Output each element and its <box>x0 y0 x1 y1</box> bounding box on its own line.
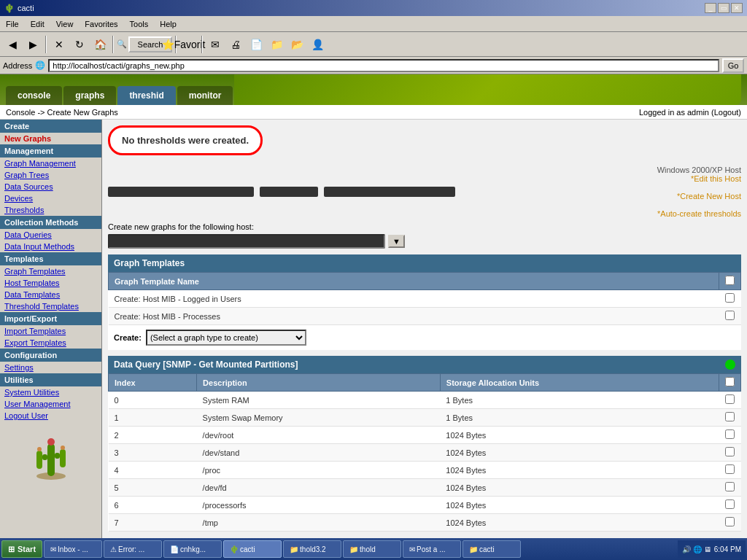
media2-button[interactable]: 📂 <box>287 35 306 54</box>
sidebar-item-logout[interactable]: Logout User <box>0 410 101 421</box>
sidebar-item-user-management[interactable]: User Management <box>0 398 101 410</box>
taskbar-error[interactable]: ⚠ Error: ... <box>104 540 162 558</box>
forward-button[interactable]: ▶ <box>23 35 42 54</box>
go-button[interactable]: Go <box>722 58 744 73</box>
breadcrumb-bar: Console -> Create New Graphs Logged in a… <box>0 105 747 120</box>
host-label: Create new graphs for the following host… <box>108 222 741 231</box>
dq-index-7: 7 <box>109 514 197 532</box>
close-button[interactable]: ✕ <box>731 3 743 13</box>
menu-view[interactable]: View <box>50 18 80 30</box>
sidebar-item-settings[interactable]: Settings <box>0 362 101 373</box>
taskbar-cacti[interactable]: 🌵 cacti <box>223 540 282 558</box>
sidebar-item-graph-trees[interactable]: Graph Trees <box>0 169 101 181</box>
sidebar: Create New Graphs Management Graph Manag… <box>0 120 102 553</box>
table-row: 4 /proc 1024 Bytes <box>109 462 741 479</box>
menu-help[interactable]: Help <box>154 18 182 30</box>
svg-rect-4 <box>60 449 66 467</box>
dq-checkbox-0[interactable] <box>725 394 735 404</box>
dq-storage-0: 1 Bytes <box>440 392 719 409</box>
sidebar-item-import-templates[interactable]: Import Templates <box>0 325 101 337</box>
host-select-row: ▼ <box>108 234 741 249</box>
sidebar-item-export-templates[interactable]: Export Templates <box>0 337 101 349</box>
create-label: Create: <box>114 333 142 342</box>
taskbar-thold32[interactable]: 📁 thold3.2 <box>283 540 341 558</box>
home-button[interactable]: 🏠 <box>90 35 109 54</box>
taskbar-post[interactable]: ✉ Post a ... <box>403 540 461 558</box>
sidebar-item-data-templates[interactable]: Data Templates <box>0 289 101 300</box>
edit-links-container: Windows 2000/XP Host *Edit this Host *Cr… <box>657 166 741 218</box>
sidebar-item-new-graphs[interactable]: New Graphs <box>0 133 101 144</box>
dq-checkbox-1[interactable] <box>725 412 735 421</box>
host-select-redacted[interactable] <box>108 234 385 249</box>
data-query-select-all[interactable] <box>725 377 735 386</box>
host-select-arrow[interactable]: ▼ <box>388 235 405 248</box>
tab-threshid[interactable]: threshid <box>117 86 175 105</box>
table-row: 3 /dev/stand 1024 Bytes <box>109 444 741 462</box>
checkbox-1[interactable] <box>725 293 735 303</box>
sidebar-item-data-queries[interactable]: Data Queries <box>0 229 101 241</box>
sidebar-item-devices[interactable]: Devices <box>0 192 101 204</box>
sidebar-item-data-sources[interactable]: Data Sources <box>0 181 101 192</box>
th-description: Description <box>197 374 441 392</box>
tab-graphs[interactable]: graphs <box>63 86 116 105</box>
stop-button[interactable]: ✕ <box>50 35 69 54</box>
sidebar-item-system-utilities[interactable]: System Utilities <box>0 386 101 398</box>
favorites-button[interactable]: ⭐ Favorites <box>179 35 198 54</box>
dq-checkbox-2[interactable] <box>725 429 735 439</box>
graph-type-select[interactable]: (Select a graph type to create) <box>146 330 306 346</box>
menu-file[interactable]: File <box>0 18 25 30</box>
tab-monitor[interactable]: monitor <box>177 86 233 105</box>
dq-checkbox-cell-7 <box>719 514 741 532</box>
template-checkbox-1 <box>719 290 741 308</box>
restore-button[interactable]: ▭ <box>718 3 729 13</box>
dq-index-2: 2 <box>109 427 197 444</box>
dq-index-4: 4 <box>109 462 197 479</box>
dq-checkbox-3[interactable] <box>725 447 735 456</box>
window-title: cacti <box>18 4 34 12</box>
dq-index-5: 5 <box>109 479 197 497</box>
edit-host-link[interactable]: *Edit this Host <box>657 174 741 183</box>
breadcrumb: Console -> Create New Graphs <box>6 108 118 117</box>
sidebar-item-graph-management[interactable]: Graph Management <box>0 158 101 169</box>
media-button[interactable]: 📄 <box>247 35 266 54</box>
taskbar-thold[interactable]: 📁 thold <box>343 540 401 558</box>
dq-checkbox-7[interactable] <box>725 517 735 526</box>
back-button[interactable]: ◀ <box>3 35 22 54</box>
sidebar-item-host-templates[interactable]: Host Templates <box>0 277 101 289</box>
taskbar-cacti2[interactable]: 📁 cacti <box>462 540 521 558</box>
select-all-checkbox[interactable] <box>725 276 735 285</box>
sidebar-item-threshold-templates[interactable]: Threshold Templates <box>0 300 101 312</box>
auto-create-thresholds-link[interactable]: *Auto-create thresholds <box>657 209 741 218</box>
menu-edit[interactable]: Edit <box>25 18 50 30</box>
sidebar-item-graph-templates[interactable]: Graph Templates <box>0 265 101 277</box>
dq-checkbox-4[interactable] <box>725 464 735 474</box>
toolbar: ◀ ▶ ✕ ↻ 🏠 🔍 Search ⭐ Favorites ✉ 🖨 📄 📁 📂… <box>0 32 747 57</box>
sidebar-item-data-input-methods[interactable]: Data Input Methods <box>0 241 101 252</box>
address-input[interactable] <box>48 59 719 72</box>
checkbox-2[interactable] <box>725 311 735 320</box>
print-button[interactable]: 🖨 <box>226 35 245 54</box>
windows-host-label: Windows 2000/XP Host <box>657 166 741 174</box>
start-button[interactable]: ⊞ Start <box>1 540 42 558</box>
mail-button[interactable]: ✉ <box>206 35 225 54</box>
discuss-button[interactable]: 👤 <box>308 35 327 54</box>
menu-tools[interactable]: Tools <box>124 18 155 30</box>
dq-storage-1: 1 Bytes <box>440 409 719 427</box>
table-row: Create: Host MIB - Logged in Users <box>109 290 741 308</box>
host-info: Create new graphs for the following host… <box>108 222 741 249</box>
refresh-button[interactable]: ↻ <box>70 35 89 54</box>
favorites2-button[interactable]: 📁 <box>267 35 286 54</box>
template-checkbox-2 <box>719 308 741 325</box>
dq-storage-5: 1024 Bytes <box>440 479 719 497</box>
dq-desc-5: /dev/fd <box>197 479 441 497</box>
sidebar-item-thresholds[interactable]: Thresholds <box>0 204 101 216</box>
taskbar-inbox[interactable]: ✉ Inbox - ... <box>44 540 102 558</box>
tab-console[interactable]: console <box>6 86 62 105</box>
dq-checkbox-6[interactable] <box>725 499 735 509</box>
menu-favorites[interactable]: Favorites <box>79 18 123 30</box>
taskbar-cnhkg[interactable]: 📄 cnhkg... <box>163 540 222 558</box>
create-new-host-link[interactable]: *Create New Host <box>657 192 741 201</box>
dq-checkbox-5[interactable] <box>725 482 735 491</box>
redacted-text-1 <box>108 187 254 197</box>
minimize-button[interactable]: _ <box>705 3 716 13</box>
